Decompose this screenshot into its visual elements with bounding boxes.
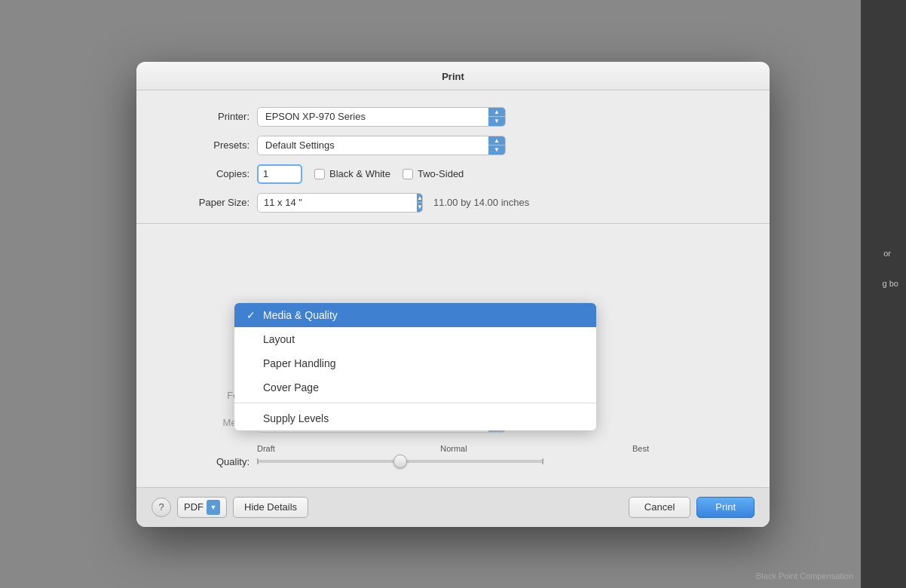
quality-slider-thumb[interactable]	[393, 455, 407, 468]
separator-1	[136, 223, 770, 224]
dialog-footer: ? PDF ▼ Hide Details Cancel Print	[136, 487, 770, 527]
dialog-body: Printer: EPSON XP-970 Series ▲ ▼ Presets…	[136, 90, 770, 487]
dropdown-item-supply-levels[interactable]: Supply Levels	[234, 406, 596, 430]
dropdown-menu[interactable]: ✓ Media & Quality Layout Paper Handling …	[234, 303, 596, 430]
copies-label: Copies:	[159, 168, 249, 179]
paper-size-stepper-down[interactable]: ▼	[417, 203, 423, 212]
quality-draft-label: Draft	[257, 444, 275, 453]
printer-stepper-up[interactable]: ▲	[488, 108, 505, 117]
black-white-checkbox[interactable]	[314, 169, 325, 179]
quality-labels: Draft Normal Best	[159, 444, 747, 453]
black-white-label[interactable]: Black & White	[314, 168, 390, 179]
check-mark-media-quality: ✓	[246, 309, 260, 321]
dropdown-item-paper-handling[interactable]: Paper Handling	[234, 351, 596, 375]
quality-normal-label: Normal	[440, 444, 467, 453]
two-sided-label[interactable]: Two-Sided	[402, 168, 464, 179]
pdf-chevron-icon[interactable]: ▼	[207, 500, 220, 515]
presets-select[interactable]: Default Settings ▲ ▼	[257, 136, 506, 155]
paper-size-value: 11 x 14 "	[258, 194, 417, 212]
right-panel-text1: or	[883, 249, 891, 258]
help-button[interactable]: ?	[152, 498, 171, 517]
copies-row: Copies: 1 Black & White Two-Sided	[136, 160, 770, 188]
presets-stepper-up[interactable]: ▲	[488, 136, 505, 145]
quality-best-label: Best	[632, 444, 649, 453]
printer-label: Printer:	[159, 111, 249, 122]
presets-label: Presets:	[159, 139, 249, 151]
print-button[interactable]: Print	[696, 497, 754, 518]
printer-select[interactable]: EPSON XP-970 Series ▲ ▼	[257, 107, 506, 127]
dropdown-item-cover-page[interactable]: Cover Page	[234, 375, 596, 400]
pdf-button[interactable]: PDF ▼	[177, 497, 227, 518]
dialog-titlebar: Print	[136, 62, 770, 90]
quality-slider-track	[257, 460, 543, 463]
quality-label: Quality:	[159, 456, 249, 467]
paper-size-stepper[interactable]: ▲ ▼	[417, 194, 423, 212]
two-sided-text: Two-Sided	[418, 168, 464, 179]
paper-size-row: Paper Size: 11 x 14 " ▲ ▼ 11.00 by 14.00…	[136, 188, 770, 217]
paper-size-stepper-up[interactable]: ▲	[417, 194, 423, 203]
cancel-button[interactable]: Cancel	[629, 497, 690, 518]
print-dialog: Print Printer: EPSON XP-970 Series ▲ ▼ P…	[136, 62, 770, 527]
presets-stepper[interactable]: ▲ ▼	[488, 136, 505, 155]
pdf-label: PDF	[184, 501, 204, 513]
hide-details-button[interactable]: Hide Details	[233, 497, 308, 518]
printer-stepper-down[interactable]: ▼	[488, 117, 505, 126]
printer-stepper[interactable]: ▲ ▼	[488, 108, 505, 126]
paper-size-dims: 11.00 by 14.00 inches	[433, 197, 529, 208]
dropdown-item-cover-page-label: Cover Page	[263, 381, 319, 394]
dialog-title: Print	[442, 71, 464, 82]
presets-stepper-down[interactable]: ▼	[488, 145, 505, 155]
dropdown-item-supply-levels-label: Supply Levels	[263, 412, 329, 424]
dropdown-item-layout-label: Layout	[263, 333, 295, 345]
black-white-text: Black & White	[329, 168, 390, 179]
quality-row: Draft Normal Best Quality:	[136, 436, 770, 475]
paper-size-select[interactable]: 11 x 14 " ▲ ▼	[257, 193, 423, 213]
printer-row: Printer: EPSON XP-970 Series ▲ ▼	[136, 103, 770, 131]
dropdown-divider	[234, 403, 596, 403]
bottom-partial-text: Black Point Compensation	[756, 571, 853, 580]
dropdown-item-paper-handling-label: Paper Handling	[263, 357, 336, 369]
printer-value: EPSON XP-970 Series	[258, 111, 488, 122]
dropdown-item-media-quality-label: Media & Quality	[263, 309, 338, 321]
quality-slider-row: Quality:	[159, 456, 747, 467]
two-sided-checkbox[interactable]	[402, 169, 413, 179]
presets-value: Default Settings	[258, 139, 488, 151]
right-panel-text2: g bo	[883, 279, 898, 288]
dropdown-item-layout[interactable]: Layout	[234, 327, 596, 351]
presets-row: Presets: Default Settings ▲ ▼	[136, 131, 770, 160]
paper-size-label: Paper Size:	[159, 197, 249, 208]
copies-input[interactable]: 1	[257, 164, 302, 184]
dropdown-item-media-quality[interactable]: ✓ Media & Quality	[234, 303, 596, 327]
